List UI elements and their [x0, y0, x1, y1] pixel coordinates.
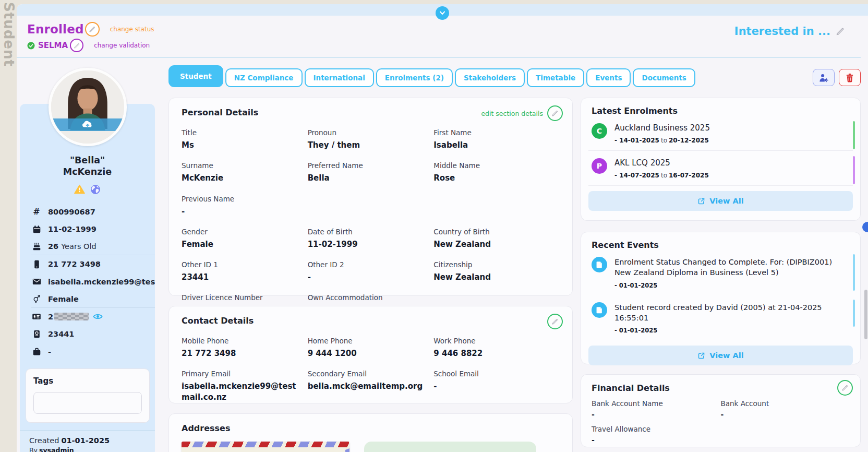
- scrollbar-thumb[interactable]: [864, 290, 867, 339]
- change-validation-link[interactable]: change validation: [94, 42, 150, 49]
- chevron-down-icon: [438, 9, 447, 17]
- user-gear-icon: [819, 73, 829, 82]
- view-all-events-button[interactable]: View All: [588, 346, 853, 365]
- view-all-enrolments-button[interactable]: View All: [588, 191, 853, 211]
- enrolment-item[interactable]: P AKL LCQ 2025 - 14-07-2025to16-07-2025: [581, 151, 860, 185]
- globe-icon: [90, 184, 101, 195]
- created-by-label: By: [29, 446, 38, 452]
- mobile-icon: [31, 260, 42, 269]
- manage-user-button[interactable]: [813, 69, 835, 86]
- avatar-photo: [51, 70, 124, 144]
- field-work-phone: Work Phone9 446 8822: [433, 337, 560, 359]
- event-item[interactable]: Student record created by David (2005) a…: [581, 295, 860, 341]
- enrolment-item[interactable]: C Auckland Business 2025 - 14-01-2025to2…: [581, 116, 860, 150]
- pencil-icon: [841, 384, 849, 391]
- main-shell: Enrolled change status SELMA change vali…: [17, 4, 868, 452]
- calendar-icon: [31, 225, 42, 234]
- enrolment-initial-badge: C: [592, 123, 607, 139]
- created-date: 01-01-2025: [61, 436, 110, 445]
- latest-enrolments-card: Latest Enrolments C Auckland Business 20…: [581, 98, 861, 221]
- student-tabs: Student NZ Compliance International Enro…: [168, 65, 695, 87]
- field-date-of-birth: Date of Birth11-02-1999: [308, 228, 434, 249]
- field-previous-name: Previous Name-: [182, 195, 308, 217]
- dob-value: 11-02-1999: [48, 225, 97, 233]
- upload-photo-button[interactable]: [51, 118, 124, 131]
- tab-stakeholders[interactable]: Stakeholders: [455, 68, 525, 87]
- reveal-eye-icon[interactable]: [93, 313, 103, 320]
- pencil-icon: [551, 110, 559, 117]
- edit-personal-button[interactable]: [547, 105, 563, 121]
- occupation-value: -: [48, 348, 51, 356]
- edit-section-details-link[interactable]: edit section details: [481, 110, 543, 117]
- event-note-badge: [592, 302, 607, 318]
- financial-details-card: Financial Details Bank Account Name- Ban…: [581, 374, 861, 447]
- event-text: Enrolment Status Changed to Complete. Fo…: [614, 257, 847, 278]
- age-row: 26 Years Old: [31, 238, 155, 256]
- age-suffix: Years Old: [61, 242, 97, 251]
- field-school-email: School Email-: [433, 370, 560, 402]
- field-home-phone: Home Phone9 444 1200: [308, 337, 434, 359]
- tab-student[interactable]: Student: [168, 65, 223, 87]
- event-date: - 01-01-2025: [614, 327, 847, 334]
- field-citizenship: CitizenshipNew Zealand: [433, 260, 560, 282]
- id-card-icon: [31, 313, 42, 320]
- collapse-header-button[interactable]: [436, 6, 449, 20]
- edit-financial-button[interactable]: [837, 380, 853, 396]
- email-icon: [31, 278, 42, 285]
- tags-input[interactable]: [33, 392, 142, 414]
- field-pronoun: PronounThey / them: [308, 128, 434, 150]
- pencil-icon: [551, 318, 559, 325]
- student-status-header: Enrolled change status SELMA change vali…: [17, 16, 861, 58]
- created-info: Created01-01-2025 Bysysadmin: [20, 430, 155, 452]
- content-area: "Bella" McKenzie # 800990687 11-02-1999: [17, 58, 868, 448]
- field-primary-email: Primary Emailisabella.mckenzie99@testmai…: [182, 370, 308, 402]
- dob-row: 11-02-1999: [31, 220, 155, 238]
- surname: McKenzie: [20, 166, 155, 177]
- student-id-value: 800990687: [48, 208, 95, 216]
- enrolment-name: Auckland Business 2025: [614, 123, 710, 133]
- top-collapse-bar: [17, 4, 868, 16]
- enrolment-period: - 14-01-2025to20-12-2025: [614, 137, 710, 144]
- field-travel-allowance: Travel Allowance-: [592, 425, 721, 444]
- event-item[interactable]: Enrolment Status Changed to Complete. Fo…: [581, 250, 860, 295]
- national-id-value: 2: [48, 313, 53, 321]
- enrolment-period: - 14-07-2025to16-07-2025: [614, 172, 709, 179]
- field-middle-name: Middle NameRose: [433, 161, 560, 183]
- masked-id-value: [54, 313, 89, 320]
- contact-details-title: Contact Details: [182, 316, 560, 326]
- edit-validation-button[interactable]: [70, 39, 83, 52]
- mobile-row: 21 772 3498: [31, 255, 155, 273]
- hash-icon: #: [31, 207, 42, 217]
- passport-value: 23441: [48, 330, 74, 338]
- tab-events[interactable]: Events: [586, 68, 631, 87]
- student-summary-panel: "Bella" McKenzie # 800990687 11-02-1999: [20, 58, 155, 448]
- status-value: Enrolled: [27, 22, 84, 36]
- field-other-id-2: Other ID 2-: [308, 260, 434, 282]
- contact-details-card: Contact Details Mobile Phone21 772 3498 …: [168, 306, 573, 403]
- recent-events-title: Recent Events: [581, 240, 860, 250]
- financial-details-title: Financial Details: [581, 383, 860, 393]
- field-preferred-name: Preferred NameBella: [308, 161, 434, 183]
- field-surname: SurnameMcKenzie: [182, 161, 308, 183]
- validation-value: SELMA: [38, 41, 68, 50]
- tab-documents[interactable]: Documents: [633, 68, 695, 87]
- tab-international[interactable]: International: [305, 68, 374, 87]
- change-status-link[interactable]: change status: [110, 26, 154, 33]
- delete-student-button[interactable]: [839, 69, 861, 86]
- event-status-bar: [853, 254, 855, 291]
- latest-enrolments-title: Latest Enrolments: [581, 106, 860, 116]
- event-date: - 01-01-2025: [614, 282, 847, 289]
- interested-in-label: Interested in ...: [734, 25, 830, 38]
- addresses-title: Addresses: [182, 423, 560, 433]
- edit-interested-icon[interactable]: [836, 27, 845, 36]
- tab-timetable[interactable]: Timetable: [527, 68, 584, 87]
- home-address-envelope[interactable]: Home Address ★: [182, 442, 349, 452]
- student-id-row: # 800990687: [31, 203, 155, 221]
- tab-enrolments[interactable]: Enrolments (2): [376, 68, 453, 87]
- created-label: Created: [29, 436, 59, 445]
- tab-nz-compliance[interactable]: NZ Compliance: [225, 68, 303, 87]
- edit-contact-button[interactable]: [547, 314, 563, 329]
- gender-row: Female: [31, 290, 155, 308]
- edit-status-button[interactable]: [85, 22, 100, 37]
- tags-card: Tags: [26, 368, 150, 423]
